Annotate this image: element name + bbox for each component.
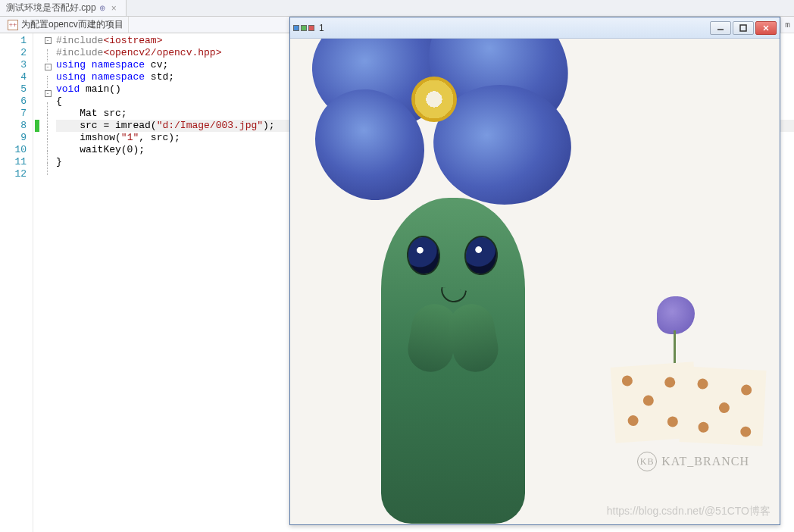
fold-indicator [47,76,53,88]
change-marker-column [33,33,42,532]
window-titlebar[interactable]: 1 [290,17,780,39]
fold-indicator [47,139,53,151]
line-number: 2 [0,47,27,59]
fold-indicator[interactable]: - [42,90,53,102]
line-number: 9 [0,132,27,144]
fold-indicator [47,102,53,114]
imshow-window[interactable]: 1 [289,17,780,525]
file-tab-bar: 测试环境是否配好.cpp ⊕ × [0,0,794,17]
change-marker [35,120,39,132]
maximize-button[interactable] [733,21,754,35]
image-canvas: KB KAT_BRANCH https://blog.csdn.net/@51C… [290,39,780,524]
line-number: 8 [0,120,27,132]
fold-indicator [42,175,53,187]
cpp-project-icon: ++ [8,20,18,30]
project-name: 为配置opencv而建的项目 [21,18,123,31]
file-tab[interactable]: 测试环境是否配好.cpp ⊕ × [0,0,127,16]
painting-flower [313,39,570,221]
minimize-button[interactable] [710,21,731,35]
file-tab-label: 测试环境是否配好.cpp [6,2,96,14]
line-number: 12 [0,168,27,180]
line-number: 6 [0,95,27,108]
fold-indicator [47,114,53,127]
line-number: 1 [0,35,27,47]
pin-icon: ⊕ [99,4,105,12]
line-number: 4 [0,71,27,83]
opencv-app-icon [293,25,314,31]
line-number: 3 [0,59,27,71]
change-marker [35,132,39,144]
line-number-gutter: 123456789101112 [0,33,33,532]
fold-indicator[interactable]: - [42,64,53,76]
close-button[interactable] [755,21,777,35]
painting-arms [404,304,502,380]
fold-indicator [47,49,53,61]
window-title: 1 [319,23,710,33]
line-number: 5 [0,83,27,95]
change-marker [35,156,39,168]
fold-indicator[interactable]: - [42,37,53,49]
change-marker [35,168,39,180]
line-number: 11 [0,156,27,168]
change-marker [35,144,39,156]
svg-rect-1 [740,25,746,31]
line-number: 7 [0,108,27,120]
fold-indicator [47,163,53,175]
tab-close-button[interactable]: × [108,3,120,14]
window-button-group [710,21,777,35]
watermark-text: https://blog.csdn.net/@51CTO博客 [607,505,771,518]
fold-indicator [47,127,53,139]
change-marker [35,71,39,83]
change-marker [35,47,39,59]
project-dropdown[interactable]: ++ 为配置opencv而建的项目 [3,17,129,33]
change-marker [35,59,39,71]
fold-column: --- [42,33,53,532]
change-marker [35,95,39,108]
fold-indicator [47,151,53,163]
line-number: 10 [0,144,27,156]
change-marker [35,35,39,47]
right-sidebar-toggle[interactable]: m [780,17,794,33]
change-marker [35,83,39,95]
change-marker [35,108,39,120]
painting-tape [613,365,764,448]
artist-signature: KB KAT_BRANCH [637,452,749,471]
